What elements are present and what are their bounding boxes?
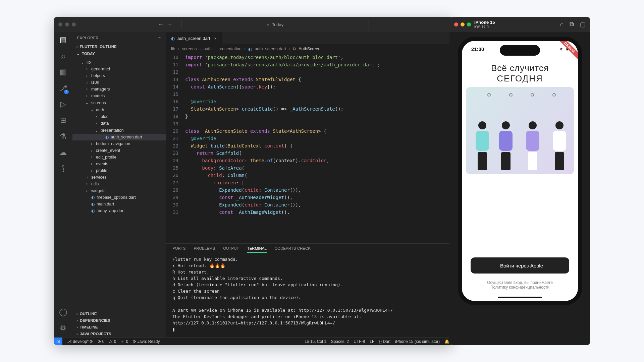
privacy-link[interactable]: Политику конфиденциальности [462,285,578,290]
panel-tab-ports[interactable]: PORTS [172,246,185,253]
simulator-subtitle: iOS 17.0 [474,25,495,29]
panel-tab-codearts-check[interactable]: CODEARTS CHECK [275,246,311,253]
traffic-lights[interactable] [58,22,76,26]
titlebar: ← → ⌕ Today [54,17,453,32]
folder-item[interactable]: ⌄screens [72,99,166,106]
extensions-icon[interactable]: ⊞ [60,116,66,125]
phone-frame: DEBUG 21:30 ᯤ ▮ Всё случится СЕГОДНЯ Вой… [458,37,582,305]
section-java[interactable]: ›JAVA PROJECTS [72,330,166,337]
folder-item[interactable]: ›edit_profile [72,154,166,161]
forward-icon[interactable]: → [166,21,172,28]
device-selector[interactable]: iPhone 15 (ios simulator) [395,339,440,344]
status-bar: ⇲ ⎇ develop* ⟳ ⊘ 0 ⚠ 0 ᯤ 0 ⟳ Java: Ready… [54,337,453,345]
folder-item[interactable]: ›managers [72,86,166,93]
file-item[interactable]: ◐today_app.dart [72,207,166,214]
folder-item[interactable]: ›generated [72,66,166,72]
folder-item[interactable]: ⌄presentation [72,127,166,134]
sidebar-title: EXPLORER [77,36,99,40]
testing-icon[interactable]: ⚗ [60,132,66,141]
hero-text: Всё случится СЕГОДНЯ [462,57,578,84]
traffic-lights[interactable] [454,22,471,26]
cloud-icon[interactable]: ☁ [59,148,67,157]
folder-item[interactable]: ›profile [72,167,166,174]
home-icon[interactable]: ⌂ [560,21,564,28]
section-flutter-outline[interactable]: ›FLUTTER: OUTLINE [72,43,166,50]
language-mode[interactable]: {} Dart [379,339,390,344]
panel-tabs: PORTSPROBLEMSOUTPUTTERMINALCODEARTS CHEC… [166,244,453,253]
simulator-title: iPhone 15 [474,20,495,25]
activity-bar: ▤ ⌕ ▥ ⎇2 ▷ ⊞ ⚗ ☁ ⟆ ◯ ⚙ [54,32,72,337]
terminal-output[interactable]: Flutter run key commands. r Hot reload. … [166,253,453,337]
section-dependencies[interactable]: ›DEPENDENCIES [72,317,166,324]
tab-auth-screen[interactable]: ◐ auth_screen.dart × [166,32,222,44]
simulator-window: iPhone 15 iOS 17.0 ⌂ ⧉ ▢ DEBUG 21:30 ᯤ ▮… [449,17,590,345]
remote-icon[interactable]: ⇲ [54,338,62,346]
file-tree: ⌄lib›generated›helpers›l10n›managers›mod… [72,57,166,310]
folder-item[interactable]: ⌄lib [72,59,166,66]
warnings-indicator[interactable]: ⚠ 0 [109,339,116,344]
close-icon[interactable]: × [214,36,217,41]
folder-item[interactable]: ›bottom_navigation [72,140,166,147]
file-item[interactable]: ◐firebase_options.dart [72,194,166,201]
dart-icon: ◐ [171,36,175,41]
command-center[interactable]: ⌕ Today [181,20,369,29]
folder-item[interactable]: ›helpers [72,72,166,79]
file-item[interactable]: ◐auth_screen.dart [72,134,166,140]
screenshot-icon[interactable]: ⧉ [570,21,574,28]
panel-tab-output[interactable]: OUTPUT [223,246,239,253]
java-status[interactable]: ⟳ Java: Ready [133,339,160,344]
home-indicator[interactable] [498,297,542,298]
sign-in-apple-button[interactable]: Войти через Apple [471,257,569,274]
folder-item[interactable]: ›models [72,93,166,99]
folder-item[interactable]: ›events [72,161,166,167]
simulator-toolbar: iPhone 15 iOS 17.0 ⌂ ⧉ ▢ [449,17,590,32]
folder-item[interactable]: ›services [72,174,166,181]
search-icon[interactable]: ⌕ [61,52,65,60]
section-timeline[interactable]: ›TIMELINE [72,324,166,330]
explorer-icon[interactable]: ▤ [60,36,67,44]
rotate-icon[interactable]: ▢ [580,21,586,28]
more-icon[interactable]: ⋯ [158,36,162,40]
editor-tabs: ◐ auth_screen.dart × [166,32,453,44]
radio-indicator[interactable]: ᯤ 0 [121,339,128,344]
flutter-icon[interactable]: ⟆ [62,164,65,173]
explorer-sidebar: EXPLORER ⋯ ›FLUTTER: OUTLINE ⌄TODAY ⌄lib… [72,32,166,337]
folder-item[interactable]: ›create_event [72,147,166,154]
errors-indicator[interactable]: ⊘ 0 [98,339,104,344]
breadcrumb[interactable]: lib› screens› auth› presentation› ◐auth_… [166,44,453,54]
folder-item[interactable]: ›utils [72,181,166,187]
folder-item[interactable]: ›l10n [72,79,166,86]
search-icon: ⌕ [267,22,269,27]
book-icon[interactable]: ▥ [60,68,67,76]
dynamic-island [500,45,540,56]
indentation[interactable]: Spaces: 2 [331,339,349,344]
folder-item[interactable]: ⌄auth [72,106,166,113]
panel-tab-terminal[interactable]: TERMINAL [247,246,267,253]
section-today[interactable]: ⌄TODAY [72,50,166,57]
run-icon[interactable]: ▷ [60,100,66,109]
cursor-position[interactable]: Ln 15, Col 1 [305,339,326,344]
back-icon[interactable]: ← [158,21,164,28]
panel-tab-problems[interactable]: PROBLEMS [194,246,215,253]
bell-icon[interactable]: 🔔 [444,339,449,344]
file-item[interactable]: ◐main.dart [72,201,166,207]
editor-area: ◐ auth_screen.dart × lib› screens› auth›… [166,32,453,337]
account-icon[interactable]: ◯ [59,308,67,316]
source-control-icon[interactable]: ⎇2 [59,84,67,93]
settings-icon[interactable]: ⚙ [60,324,66,333]
section-outline[interactable]: ›OUTLINE [72,310,166,317]
folder-item[interactable]: ›data [72,120,166,127]
illustration [466,87,574,174]
eol[interactable]: LF [370,339,374,344]
bottom-panel: PORTSPROBLEMSOUTPUTTERMINALCODEARTS CHEC… [166,243,453,337]
code-editor[interactable]: 10 11 12 13 14 15 16 17 18 19 20 21 22 2… [166,54,453,243]
encoding[interactable]: UTF-8 [354,339,365,344]
folder-item[interactable]: ›widgets [72,187,166,194]
folder-item[interactable]: ›bloc [72,113,166,120]
ide-window: ← → ⌕ Today ▤ ⌕ ▥ ⎇2 ▷ ⊞ ⚗ ☁ ⟆ ◯ ⚙ [54,17,453,345]
branch-indicator[interactable]: ⎇ develop* ⟳ [67,339,93,344]
